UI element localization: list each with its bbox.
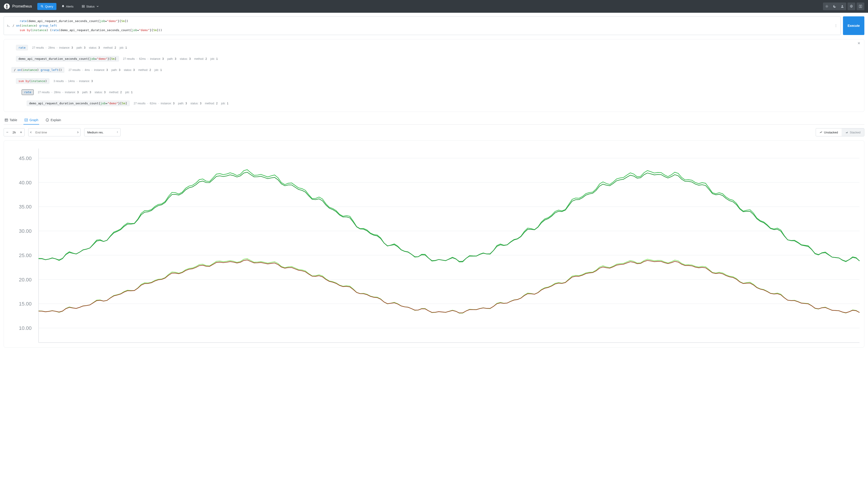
svg-point-1 — [41, 5, 43, 7]
time-range-control: − 2h + — [4, 128, 25, 136]
area-chart-icon — [845, 131, 848, 134]
svg-text:40.00: 40.00 — [19, 180, 32, 185]
svg-text:25.00: 25.00 — [19, 253, 32, 258]
close-tree-button[interactable] — [857, 41, 862, 46]
app-header: Prometheus Query Alerts Status — [0, 0, 868, 13]
chevron-down-icon — [96, 5, 99, 8]
chevron-left-icon — [30, 131, 32, 134]
tree-node[interactable]: rate27 results – 28ms – instance: 3 path… — [16, 44, 860, 51]
nav-query[interactable]: Query — [37, 3, 56, 10]
tree-expression[interactable]: rate — [16, 45, 28, 51]
query-tree-panel: rate27 results – 28ms – instance: 3 path… — [4, 39, 864, 112]
main-nav: Query Alerts Status — [37, 3, 102, 10]
svg-rect-2 — [82, 5, 85, 6]
resolution-select[interactable]: Medium res. — [84, 128, 120, 136]
end-time-next-button[interactable] — [75, 128, 80, 136]
tree-metadata: 27 results – 62ms – instance: 3 path: 3 … — [134, 102, 228, 105]
info-icon — [46, 118, 49, 122]
logo[interactable]: Prometheus — [4, 3, 32, 9]
svg-rect-10 — [5, 119, 8, 121]
chevron-right-icon — [77, 131, 79, 134]
tree-metadata: 27 results – 28ms – instance: 3 path: 3 … — [32, 46, 127, 49]
docs-group — [857, 2, 864, 10]
tree-expression[interactable]: / on(instance) group_left() — [11, 67, 64, 73]
chart-series[interactable] — [38, 172, 859, 262]
svg-text:10.00: 10.00 — [19, 325, 32, 331]
svg-point-7 — [836, 25, 836, 25]
tab-table[interactable]: Table — [4, 116, 18, 124]
svg-text:20.00: 20.00 — [19, 277, 32, 283]
moon-icon — [833, 4, 836, 8]
tree-metadata: 27 results – 4ms – instance: 3 path: 3 s… — [69, 68, 162, 71]
select-arrows-icon — [116, 131, 118, 134]
theme-dark-button[interactable] — [831, 2, 838, 10]
range-decrease-button[interactable]: − — [4, 128, 11, 136]
svg-point-5 — [842, 5, 843, 6]
svg-rect-3 — [82, 7, 85, 7]
range-increase-button[interactable]: + — [18, 128, 24, 136]
stack-mode-toggle: Unstacked Stacked — [816, 128, 864, 136]
chart-series[interactable] — [38, 260, 859, 313]
brand-name: Prometheus — [12, 4, 32, 8]
settings-button[interactable] — [847, 2, 855, 10]
tree-expression[interactable]: demo_api_request_duration_seconds_count{… — [16, 56, 119, 62]
tree-metadata: 27 results – 28ms – instance: 3 path: 3 … — [38, 91, 132, 94]
unstacked-option[interactable]: Unstacked — [816, 128, 842, 136]
chart-series[interactable] — [38, 170, 859, 262]
query-editor[interactable]: rate(demo_api_request_duration_seconds_c… — [4, 17, 841, 35]
svg-text:30.00: 30.00 — [19, 228, 32, 234]
tree-node[interactable]: / on(instance) group_left()27 results – … — [11, 66, 860, 74]
sun-icon — [825, 4, 829, 8]
close-icon — [857, 41, 861, 45]
header-actions — [823, 2, 864, 10]
tree-node[interactable]: demo_api_request_duration_seconds_count{… — [16, 55, 860, 62]
tab-explain[interactable]: Explain — [45, 116, 62, 124]
settings-group — [847, 2, 855, 10]
graph-controls: − 2h + Medium res. Unstacked Stacked — [4, 128, 864, 136]
tree-expression[interactable]: sum by(instance) — [16, 78, 49, 84]
chart-icon — [24, 118, 28, 122]
server-icon — [82, 5, 85, 8]
tree-expression[interactable]: rate — [22, 89, 34, 95]
svg-text:35.00: 35.00 — [19, 204, 32, 210]
book-icon — [859, 4, 862, 8]
chart-plot[interactable]: 10.0015.0020.0025.0030.0035.0040.0045.00 — [4, 146, 864, 347]
tree-metadata: 3 results – 14ms – instance: 3 — [53, 80, 93, 83]
result-tabs: Table Graph Explain — [4, 116, 864, 124]
docs-button[interactable] — [857, 2, 864, 10]
svg-point-6 — [851, 6, 852, 7]
table-icon — [4, 118, 8, 122]
user-icon — [840, 4, 844, 8]
more-vertical-icon[interactable] — [834, 24, 838, 28]
tree-node[interactable]: demo_api_request_duration_seconds_count{… — [27, 99, 860, 107]
svg-point-4 — [826, 6, 827, 7]
execute-button[interactable]: Execute — [843, 17, 864, 35]
chart-panel: 10.0015.0020.0025.0030.0035.0040.0045.00 — [4, 141, 864, 347]
chart-series[interactable] — [38, 259, 859, 313]
tree-node[interactable]: sum by(instance)3 results – 14ms – insta… — [16, 77, 860, 85]
search-icon — [40, 5, 44, 8]
tab-graph[interactable]: Graph — [23, 116, 39, 124]
query-row: rate(demo_api_request_duration_seconds_c… — [4, 17, 864, 35]
range-value: 2h — [11, 131, 18, 134]
bell-icon — [61, 5, 64, 8]
terminal-icon — [7, 24, 10, 28]
svg-point-9 — [836, 27, 836, 27]
svg-point-8 — [836, 25, 836, 26]
end-time-input[interactable] — [33, 131, 75, 134]
nav-status[interactable]: Status — [79, 3, 102, 10]
svg-text:15.00: 15.00 — [19, 301, 32, 307]
theme-auto-button[interactable] — [838, 2, 846, 10]
tree-metadata: 27 results – 62ms – instance: 3 path: 3 … — [123, 57, 218, 60]
theme-light-button[interactable] — [823, 2, 831, 10]
stacked-option[interactable]: Stacked — [842, 128, 864, 136]
query-code: rate(demo_api_request_duration_seconds_c… — [12, 19, 832, 32]
svg-text:45.00: 45.00 — [19, 155, 32, 161]
end-time-prev-button[interactable] — [28, 128, 33, 136]
gear-icon — [849, 4, 853, 8]
tree-expression[interactable]: demo_api_request_duration_seconds_count{… — [27, 100, 130, 106]
theme-toggle-group — [823, 2, 846, 10]
line-chart-icon — [819, 131, 823, 134]
nav-alerts[interactable]: Alerts — [58, 3, 77, 10]
tree-node[interactable]: rate27 results – 28ms – instance: 3 path… — [22, 88, 860, 96]
